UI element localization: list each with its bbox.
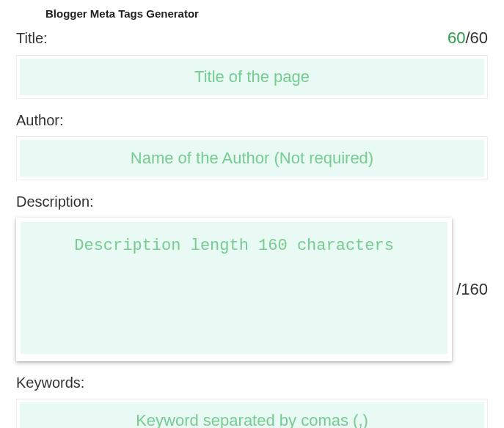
- description-counter: /160: [456, 280, 488, 299]
- title-count-current: 60: [448, 29, 465, 47]
- keywords-field: Keywords:: [0, 374, 504, 428]
- description-label: Description:: [16, 193, 94, 210]
- title-label: Title:: [16, 30, 48, 47]
- author-field: Author:: [0, 112, 504, 180]
- author-label: Author:: [16, 112, 63, 129]
- title-input[interactable]: [20, 59, 484, 95]
- title-counter: 60/60: [448, 29, 488, 48]
- description-input[interactable]: [21, 222, 448, 354]
- keywords-label: Keywords:: [16, 374, 84, 391]
- author-input[interactable]: [20, 140, 484, 177]
- keywords-input[interactable]: [20, 402, 484, 428]
- title-count-max: /60: [465, 29, 488, 47]
- description-field: Description: /160: [0, 193, 504, 361]
- page-title: Blogger Meta Tags Generator: [0, 7, 504, 29]
- title-field: Title: 60/60: [0, 29, 504, 99]
